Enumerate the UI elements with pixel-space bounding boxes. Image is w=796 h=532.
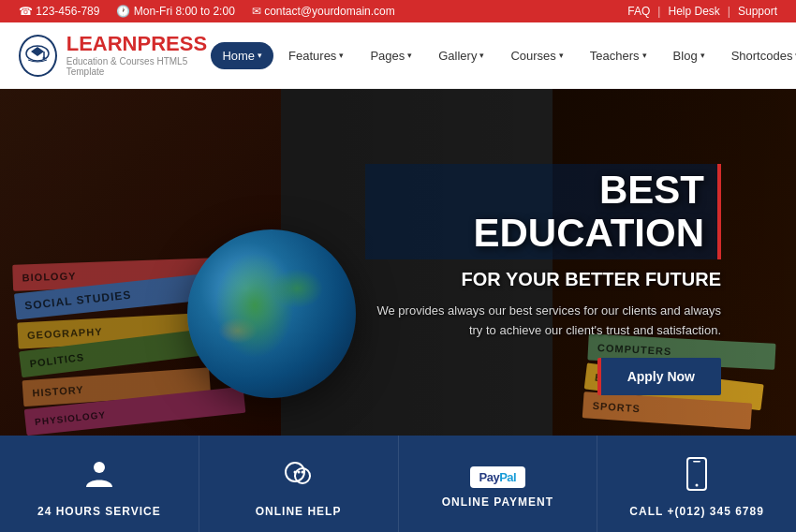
feature-help-label: ONLINE HELP (256, 505, 342, 518)
logo-svg (23, 41, 52, 69)
nav-blog[interactable]: Blog ▾ (662, 42, 716, 69)
svg-point-8 (297, 470, 300, 473)
sep1: | (657, 5, 660, 18)
nav-shortcodes[interactable]: Shortcodes ▾ (720, 42, 796, 69)
svg-point-6 (295, 468, 310, 483)
globe (187, 229, 356, 398)
header: LEARNPRESS Education & Courses HTML5 Tem… (0, 22, 796, 89)
feature-payment[interactable]: PayPal ONLINE PAYMENT (399, 436, 598, 532)
nav-home-arrow: ▾ (258, 51, 262, 60)
top-bar-right: FAQ | Help Desk | Support (627, 5, 777, 18)
nav-gallery[interactable]: Gallery ▾ (427, 42, 495, 69)
email-info: ✉ contact@yourdomain.com (252, 5, 395, 18)
hero-title: BEST EDUCATION (365, 164, 721, 259)
feature-help[interactable]: ONLINE HELP (199, 436, 399, 532)
svg-point-4 (94, 462, 105, 473)
svg-point-3 (43, 57, 46, 60)
logo-area: LEARNPRESS Education & Courses HTML5 Tem… (19, 34, 211, 77)
nav-pages[interactable]: Pages ▾ (359, 42, 423, 69)
helpdesk-link[interactable]: Help Desk (668, 5, 719, 18)
chat-icon (282, 457, 316, 497)
hero-content: BEST EDUCATION FOR YOUR BETTER FUTURE We… (365, 164, 721, 395)
nav-courses[interactable]: Courses ▾ (499, 42, 574, 69)
nav-features-arrow: ▾ (339, 51, 344, 60)
person-icon (82, 457, 116, 497)
paypal-badge: PayPal (470, 466, 526, 488)
nav-gallery-arrow: ▾ (479, 51, 484, 60)
svg-marker-1 (31, 47, 44, 56)
nav-pages-arrow: ▾ (407, 51, 412, 60)
nav-teachers[interactable]: Teachers ▾ (579, 42, 658, 69)
svg-point-7 (293, 470, 296, 473)
hero-section: BIOLOGY SOCIAL STUDIES GEOGRAPHY POLITIC… (0, 89, 796, 436)
logo-brand: LEARNPRESS (66, 34, 212, 54)
svg-point-11 (696, 483, 699, 486)
sep2: | (728, 5, 730, 18)
main-nav: Home ▾ Features ▾ Pages ▾ Gallery ▾ Cour… (211, 42, 796, 69)
phone-info: ☎ 123-456-789 (19, 5, 99, 18)
faq-link[interactable]: FAQ (627, 5, 650, 18)
features-bar: 24 HOURS SERVICE ONLINE HELP PayPal ONLI… (0, 436, 796, 532)
logo-icon (19, 35, 57, 77)
svg-rect-12 (693, 461, 700, 463)
feature-24h[interactable]: 24 HOURS SERVICE (0, 436, 199, 532)
apply-now-button[interactable]: Apply Now (597, 358, 721, 395)
top-bar-left: ☎ 123-456-789 🕐 Mon-Fri 8:00 to 2:00 ✉ c… (19, 5, 395, 18)
logo-text: LEARNPRESS Education & Courses HTML5 Tem… (66, 34, 212, 77)
nav-home[interactable]: Home ▾ (211, 42, 273, 69)
paypal-icon: PayPal (470, 466, 526, 488)
feature-payment-label: ONLINE PAYMENT (442, 495, 553, 509)
mobile-icon (685, 457, 708, 497)
top-bar: ☎ 123-456-789 🕐 Mon-Fri 8:00 to 2:00 ✉ c… (0, 0, 796, 22)
support-link[interactable]: Support (738, 5, 777, 18)
feature-24h-label: 24 HOURS SERVICE (37, 505, 161, 518)
hero-description: We provides always our best services for… (365, 302, 721, 341)
feature-call-label: CALL +(012) 345 6789 (629, 505, 764, 518)
nav-courses-arrow: ▾ (559, 51, 564, 60)
nav-blog-arrow: ▾ (700, 51, 705, 60)
nav-teachers-arrow: ▾ (642, 51, 647, 60)
hours-info: 🕐 Mon-Fri 8:00 to 2:00 (116, 5, 234, 18)
globe-area (187, 229, 375, 417)
hero-subtitle: FOR YOUR BETTER FUTURE (365, 269, 721, 290)
feature-call[interactable]: CALL +(012) 345 6789 (597, 436, 796, 532)
nav-features[interactable]: Features ▾ (277, 42, 355, 69)
svg-point-9 (301, 470, 303, 473)
